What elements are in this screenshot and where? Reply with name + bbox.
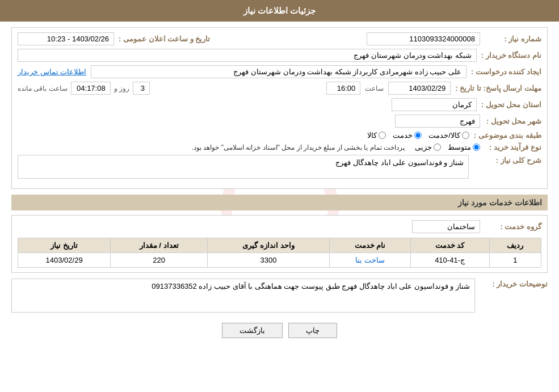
- mohlat-time: 16:00: [326, 82, 360, 95]
- ijadkonande-value: علی حبیب زاده شهرمرادی کاربرداز شبکه بهد…: [91, 65, 466, 78]
- print-button[interactable]: چاپ: [288, 323, 337, 338]
- service-section: گروه خدمت : ساختمان ردیف کد خدمت نام خدم…: [11, 215, 548, 273]
- namdastgah-value: شبکه بهداشت ودرمان شهرستان فهرج: [18, 49, 477, 62]
- noe-jozi-label: جزیی: [415, 143, 432, 151]
- cell-tarikh: 1403/02/29: [18, 253, 111, 268]
- tozihat-value-container: [11, 279, 475, 314]
- tabaqeh-label: طبقه بندی موضوعی :: [474, 131, 541, 140]
- group-row: گروه خدمت : ساختمان: [18, 220, 541, 233]
- cell-vahed: 3300: [207, 253, 329, 268]
- tozihat-textarea: [11, 279, 475, 313]
- col-vahed: واحد اندازه گیری: [207, 238, 329, 253]
- noe-farayand-row: نوع فرآیند خرید : متوسط جزیی پرداخت تمام…: [18, 143, 541, 151]
- ijadkonande-row: ایجاد کننده درخواست : علی حبیب زاده شهرم…: [18, 65, 541, 78]
- cell-radif: 1: [489, 253, 541, 268]
- shahr-row: شهر محل تحویل : فهرج: [18, 115, 541, 128]
- mohlat-date: 1403/02/29: [388, 82, 451, 95]
- shomare-niaz-row: شماره نیاز : 1103093324000008 تاریخ و سا…: [18, 32, 541, 45]
- mohlat-saat-label: ساعت: [365, 85, 384, 92]
- tabaqeh-option-khedmat-label: خدمت: [393, 131, 413, 140]
- tabaqeh-option-kala-khedmat: کالا/خدمت: [428, 131, 469, 140]
- sharh-value-container: [18, 155, 469, 180]
- tabaqeh-option-kala: کالا: [367, 131, 386, 140]
- countdown-days: 3: [133, 82, 150, 95]
- noe-radio-group: متوسط جزیی: [415, 143, 480, 151]
- noe-option-jozi: جزیی: [415, 143, 441, 151]
- tarikh-elam-label: تاریخ و ساعت اعلان عمومی :: [119, 35, 210, 43]
- group-value: ساختمان: [412, 220, 480, 233]
- countdown-time: 04:17:08: [71, 82, 111, 95]
- countdown-day-label: روز و: [114, 85, 129, 92]
- shomare-niaz-value: 1103093324000008: [367, 32, 480, 45]
- noe-option-motevaset: متوسط: [448, 143, 480, 151]
- sharh-textarea: [18, 155, 469, 179]
- countdown-remaining-label: ساعت باقی مانده: [18, 85, 68, 92]
- tarikh-elam-value: 1403/02/26 - 10:23: [18, 32, 114, 45]
- button-row: چاپ بازگشت: [11, 323, 548, 338]
- contact-link[interactable]: اطلاعات تماس خریدار: [18, 68, 86, 76]
- page-header: جزئیات اطلاعات نیاز: [0, 0, 559, 22]
- back-button[interactable]: بازگشت: [222, 323, 283, 338]
- mohlat-label: مهلت ارسال پاسخ: تا تاریخ :: [455, 84, 541, 92]
- col-tarikh: تاریخ نیاز: [18, 238, 111, 253]
- cell-kod: ج-41-410: [410, 253, 489, 268]
- ijadkonande-label: ایجاد کننده درخواست :: [471, 68, 541, 76]
- col-radif: ردیف: [489, 238, 541, 253]
- namdastgah-row: نام دستگاه خریدار : شبکه بهداشت ودرمان ش…: [18, 49, 541, 62]
- col-name: نام خدمت: [330, 238, 410, 253]
- sharh-row: شرح کلی نیاز :: [18, 155, 541, 180]
- ostan-value: کرمان: [392, 98, 477, 111]
- shahr-value: فهرج: [395, 115, 480, 128]
- page-title: جزئیات اطلاعات نیاز: [243, 6, 316, 15]
- service-section-title: اطلاعات خدمات مورد نیاز: [11, 195, 548, 210]
- shahr-label: شهر محل تحویل :: [485, 117, 541, 125]
- tozihat-label: توضیحات خریدار :: [480, 279, 548, 288]
- tabaqeh-option-kala-label: کالا: [367, 131, 377, 140]
- tabaqeh-option-khedmat: خدمت: [393, 131, 422, 140]
- noe-note: پرداخت تمام یا بخشی از مبلغ خریدار از مح…: [192, 144, 405, 151]
- tabaqeh-row: طبقه بندی موضوعی : کالا/خدمت خدمت کالا: [18, 131, 541, 140]
- col-tedad: تعداد / مقدار: [111, 238, 208, 253]
- tozihat-row: توضیحات خریدار :: [11, 279, 548, 314]
- noe-farayand-label: نوع فرآیند خرید :: [485, 143, 541, 151]
- main-info-section: شماره نیاز : 1103093324000008 تاریخ و سا…: [11, 27, 548, 189]
- shomare-niaz-label: شماره نیاز :: [485, 35, 541, 43]
- col-kod: کد خدمت: [410, 238, 489, 253]
- sharh-label: شرح کلی نیاز :: [473, 155, 541, 165]
- namdastgah-label: نام دستگاه خریدار :: [481, 51, 541, 60]
- noe-motevaset-label: متوسط: [448, 143, 471, 151]
- ostan-label: استان محل تحویل :: [481, 100, 541, 109]
- countdown-row: ساعت باقی مانده 04:17:08 روز و 3: [18, 82, 150, 95]
- table-row: 1 ج-41-410 ساخت بنا 3300 220 1403/02/29: [18, 253, 541, 268]
- tabaqeh-option-kala-khedmat-label: کالا/خدمت: [428, 131, 460, 140]
- cell-tedad: 220: [111, 253, 208, 268]
- ostan-row: استان محل تحویل : کرمان: [18, 98, 541, 111]
- group-label: گروه خدمت :: [485, 222, 541, 231]
- services-table: ردیف کد خدمت نام خدمت واحد اندازه گیری ت…: [18, 238, 541, 268]
- mohlat-row: مهلت ارسال پاسخ: تا تاریخ : 1403/02/29 س…: [18, 82, 541, 95]
- tabaqeh-radio-group: کالا/خدمت خدمت کالا: [367, 131, 469, 140]
- cell-name[interactable]: ساخت بنا: [330, 253, 410, 268]
